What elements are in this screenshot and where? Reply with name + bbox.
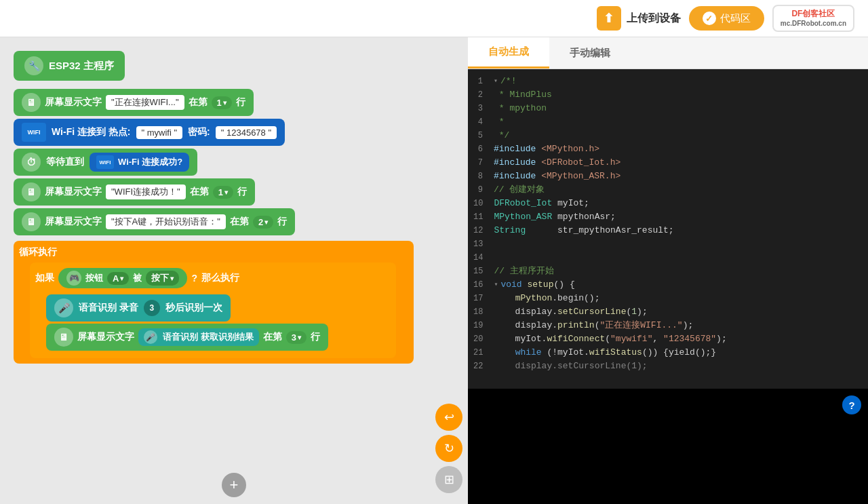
wait-icon: ⏱: [22, 153, 41, 172]
screen-display-1-row: 🖥 屏幕显示文字 "正在连接WIFI..." 在第 1 ▾ 行: [14, 89, 454, 116]
wait-row: ⏱ 等待直到 WIFI Wi-Fi 连接成功?: [14, 149, 454, 176]
esp32-block: 🔧 ESP32 主程序: [14, 51, 125, 81]
display-icon-3: 🖥: [22, 212, 41, 231]
screen-text1-label: 屏幕显示文字: [45, 96, 102, 109]
screen-text2-at: 在第: [190, 186, 209, 198]
chevron-down-icon: ▾: [223, 99, 226, 106]
loop-label: 循环执行: [19, 246, 408, 258]
code-line-9: 9 // 创建对象: [468, 183, 868, 197]
screen-text2-end: 行: [237, 186, 247, 198]
upload-button[interactable]: ⬆ 上传到设备: [597, 6, 681, 31]
screen-text1-end: 行: [236, 96, 245, 109]
wifi-success-label: Wi-Fi 连接成功?: [118, 156, 182, 168]
if-block: 如果 🎮 按钮 A ▾ 被 按下 ▾: [30, 263, 396, 358]
display-icon-4: 🖥: [54, 328, 73, 347]
code-line-17: 17 mPython.begin();: [468, 292, 868, 305]
screen-text4-at: 在第: [263, 331, 282, 343]
code-line-1: 1 ▾ /*!: [468, 75, 868, 88]
screen-display-2-row: 🖥 屏幕显示文字 "WIFI连接成功！" 在第 1 ▾ 行: [14, 178, 454, 206]
code-label: 代码区: [720, 12, 751, 25]
screen-text4-row-dropdown[interactable]: 3 ▾: [286, 331, 307, 344]
screen-text2-row-dropdown[interactable]: 1 ▾: [213, 186, 233, 199]
screen-text2-value[interactable]: "WIFI连接成功！": [106, 185, 186, 199]
wifi-ssid[interactable]: " mywifi ": [136, 126, 183, 139]
display-icon-1: 🖥: [22, 93, 41, 112]
question-mark: ?: [191, 273, 197, 284]
if-label: 如果: [35, 272, 54, 284]
screen-display-3-block: 🖥 屏幕显示文字 "按下A键，开始识别语音：" 在第 2 ▾ 行: [14, 208, 295, 235]
help-button[interactable]: ?: [842, 395, 861, 414]
screen-text1-at: 在第: [189, 96, 208, 109]
code-line-12: 12 String str_mpythonAsr_result;: [468, 224, 868, 237]
wifi-success-pill: WIFI Wi-Fi 连接成功?: [90, 153, 189, 172]
toolbar: ⬆ 上传到设备 代码区 DF创客社区 mc.DFRobot.com.cn: [0, 0, 868, 37]
upload-label: 上传到设备: [627, 12, 681, 26]
code-line-16: 16 ▾ void setup() {: [468, 278, 868, 292]
then-label: 那么执行: [201, 272, 239, 284]
main-content: 🔧 ESP32 主程序 🖥 屏幕显示文字 "正在连接WIFI..." 在第 1 …: [0, 37, 868, 504]
crop-button[interactable]: ⊞: [435, 466, 462, 493]
chevron-down-icon-4: ▾: [298, 334, 301, 341]
wait-block: ⏱ 等待直到 WIFI Wi-Fi 连接成功?: [14, 149, 197, 176]
screen-text4-label: 屏幕显示文字: [77, 331, 134, 343]
pressed-label: 被: [133, 272, 142, 284]
code-line-4: 4 *: [468, 115, 868, 129]
redo-button[interactable]: ↻: [435, 435, 462, 462]
voice-seconds: 3: [144, 300, 160, 316]
action-buttons: ↩ ↻ ⊞: [435, 404, 462, 493]
community-badge: DF创客社区 mc.DFRobot.com.cn: [772, 5, 854, 33]
press-dropdown[interactable]: 按下 ▾: [146, 271, 179, 286]
code-button[interactable]: 代码区: [689, 6, 764, 31]
code-tabs: 自动生成 手动编辑: [468, 37, 868, 69]
voice-result-label: 语音识别 获取识别结果: [163, 331, 254, 343]
voice-result-icon: 🎤: [144, 330, 157, 344]
code-line-5: 5 */: [468, 129, 868, 142]
plus-area: +: [222, 473, 246, 497]
code-line-8: 8 #include <MPython_ASR.h>: [468, 170, 868, 183]
code-line-3: 3 * mpython: [468, 102, 868, 115]
tab-auto-generate[interactable]: 自动生成: [468, 37, 549, 69]
wifi-pass[interactable]: " 12345678 ": [216, 126, 277, 139]
screen-display-3-row: 🖥 屏幕显示文字 "按下A键，开始识别语音：" 在第 2 ▾ 行: [14, 208, 454, 235]
chevron-a-icon: ▾: [120, 275, 123, 282]
wifi-pass-label: 密码:: [188, 126, 210, 138]
button-a-dropdown[interactable]: A ▾: [107, 272, 129, 285]
code-line-21: 21 while (!myIot.wifiStatus()) {yield();…: [468, 346, 868, 360]
voice-result-pill: 🎤 语音识别 获取识别结果: [138, 328, 259, 346]
add-block-button[interactable]: +: [222, 473, 246, 497]
voice-end: 秒后识别一次: [165, 302, 222, 314]
loop-block: 循环执行 如果 🎮 按钮 A ▾ 被: [14, 241, 414, 364]
wifi-block: WIFI Wi-Fi 连接到 热点: " mywifi " 密码: " 1234…: [14, 119, 285, 146]
undo-button[interactable]: ↩: [435, 404, 462, 431]
voice-record-block: 🎤 语音识别 录音 3 秒后识别一次: [46, 294, 231, 322]
display-icon-2: 🖥: [22, 182, 41, 201]
code-editor[interactable]: 1 ▾ /*! 2 * MindPlus 3 * mpython 4 * 5: [468, 69, 868, 389]
voice-record-row: 🎤 语音识别 录音 3 秒后识别一次: [46, 294, 391, 322]
if-row: 如果 🎮 按钮 A ▾ 被 按下 ▾: [35, 268, 391, 288]
check-circle-icon: [703, 12, 716, 25]
button-label: 按钮: [85, 272, 103, 284]
screen-text1-row-dropdown[interactable]: 1 ▾: [212, 96, 232, 109]
screen-text3-at: 在第: [230, 216, 249, 228]
code-line-15: 15 // 主程序开始: [468, 265, 868, 278]
screen-text3-value[interactable]: "按下A键，开始识别语音：": [106, 214, 226, 229]
code-line-6: 6 #include <MPython.h>: [468, 142, 868, 156]
screen-display-4-block: 🖥 屏幕显示文字 🎤 语音识别 获取识别结果 在第 3 ▾: [46, 324, 328, 351]
screen-text1-value[interactable]: "正在连接WIFI...": [106, 95, 184, 110]
button-icon: 🎮: [66, 271, 81, 286]
screen-text3-label: 屏幕显示文字: [45, 216, 102, 228]
screen-text3-end: 行: [277, 216, 287, 228]
community-bottom: mc.DFRobot.com.cn: [781, 19, 846, 28]
code-line-11: 11 MPython_ASR mpythonAsr;: [468, 210, 868, 224]
code-line-19: 19 display.println("正在连接WIFI...");: [468, 319, 868, 332]
code-line-14: 14: [468, 251, 868, 265]
if-inner: 🎤 语音识别 录音 3 秒后识别一次 🖥 屏幕显示文字: [35, 288, 391, 351]
tab-manual-edit[interactable]: 手动编辑: [549, 37, 631, 69]
community-top: DF创客社区: [791, 9, 835, 20]
screen-text4-end: 行: [311, 331, 320, 343]
screen-text3-row-dropdown[interactable]: 2 ▾: [253, 216, 273, 229]
code-line-10: 10 DFRobot_Iot myIot;: [468, 197, 868, 210]
code-panel: 自动生成 手动编辑 1 ▾ /*! 2 * MindPlus 3 * mpyth: [468, 37, 868, 504]
chevron-down-icon-3: ▾: [264, 218, 268, 226]
screen-display-2-block: 🖥 屏幕显示文字 "WIFI连接成功！" 在第 1 ▾ 行: [14, 178, 255, 206]
